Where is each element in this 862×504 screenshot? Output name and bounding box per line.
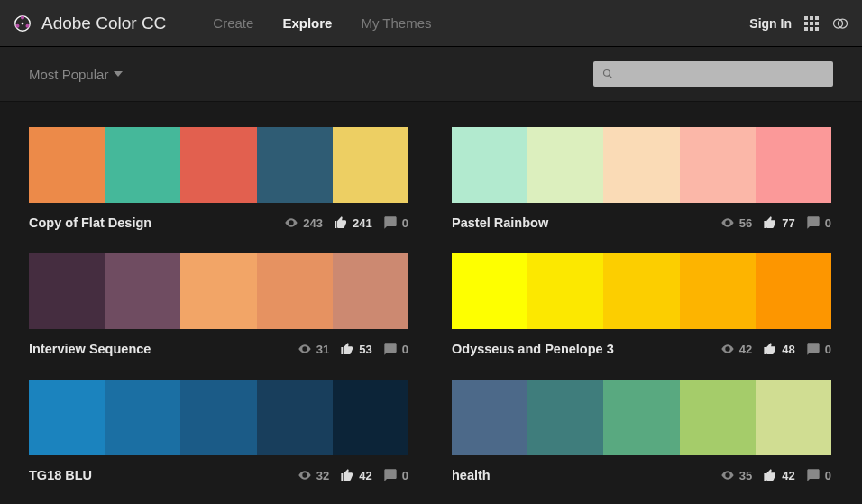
comments-stat[interactable]: 0: [806, 215, 831, 230]
color-swatch[interactable]: [452, 253, 527, 329]
comment-icon: [806, 342, 821, 356]
views-stat[interactable]: 243: [284, 215, 323, 230]
theme-title[interactable]: health: [452, 468, 491, 482]
theme-stats: 56770: [720, 215, 831, 230]
creative-cloud-icon[interactable]: [831, 14, 849, 32]
sign-in-link[interactable]: Sign In: [749, 16, 792, 31]
views-stat[interactable]: 31: [298, 342, 329, 356]
theme-meta-row: Interview Sequence31530: [29, 342, 408, 356]
color-swatch[interactable]: [333, 253, 408, 329]
theme-swatches[interactable]: [452, 253, 831, 329]
color-swatch[interactable]: [603, 253, 679, 329]
theme-title[interactable]: Interview Sequence: [29, 342, 151, 356]
theme-swatches[interactable]: [452, 380, 831, 455]
color-swatch[interactable]: [333, 127, 408, 203]
search-box[interactable]: [593, 61, 833, 87]
likes-stat[interactable]: 77: [763, 215, 794, 230]
views-stat[interactable]: 56: [720, 215, 752, 230]
apps-grid-icon[interactable]: [804, 16, 819, 31]
views-stat-count: 31: [316, 343, 329, 356]
views-stat[interactable]: 32: [298, 468, 329, 482]
theme-swatches[interactable]: [29, 127, 408, 203]
theme-card: Copy of Flat Design2432410: [29, 127, 408, 230]
color-wheel-icon: [13, 14, 32, 33]
color-swatch[interactable]: [105, 127, 180, 203]
theme-title[interactable]: Odysseus and Penelope 3: [452, 342, 614, 356]
theme-meta-row: Pastel Rainbow56770: [452, 215, 831, 230]
color-swatch[interactable]: [180, 253, 256, 329]
color-swatch[interactable]: [333, 380, 408, 455]
theme-title[interactable]: TG18 BLU: [29, 468, 92, 482]
color-swatch[interactable]: [105, 253, 180, 329]
comments-stat[interactable]: 0: [383, 342, 408, 356]
color-swatch[interactable]: [527, 380, 603, 455]
color-swatch[interactable]: [756, 253, 831, 329]
comments-stat[interactable]: 0: [806, 342, 831, 356]
color-swatch[interactable]: [257, 127, 333, 203]
color-swatch[interactable]: [180, 380, 256, 455]
comments-stat[interactable]: 0: [383, 215, 408, 230]
views-stat[interactable]: 35: [720, 468, 752, 482]
theme-card: TG18 BLU32420: [29, 380, 408, 482]
nav-explore[interactable]: Explore: [282, 15, 332, 31]
theme-swatches[interactable]: [452, 127, 831, 203]
color-swatch[interactable]: [257, 380, 333, 455]
color-swatch[interactable]: [680, 127, 756, 203]
brand-logo[interactable]: Adobe Color CC: [13, 14, 166, 33]
theme-stats: 35420: [720, 468, 831, 482]
likes-stat[interactable]: 42: [763, 468, 794, 482]
theme-swatches[interactable]: [29, 253, 408, 329]
color-swatch[interactable]: [452, 127, 527, 203]
color-swatch[interactable]: [527, 127, 603, 203]
svg-line-17: [610, 76, 612, 78]
views-stat-count: 243: [303, 216, 323, 230]
color-swatch[interactable]: [680, 380, 756, 455]
like-icon: [340, 468, 354, 482]
search-input[interactable]: [620, 68, 824, 81]
color-swatch[interactable]: [527, 253, 603, 329]
theme-card: Interview Sequence31530: [29, 253, 408, 356]
color-swatch[interactable]: [105, 380, 180, 455]
like-icon: [763, 468, 777, 482]
chevron-down-icon: [114, 71, 123, 77]
svg-point-1: [21, 15, 24, 19]
color-swatch[interactable]: [756, 380, 831, 455]
color-swatch[interactable]: [257, 253, 333, 329]
comments-stat[interactable]: 0: [383, 468, 408, 482]
color-swatch[interactable]: [29, 380, 105, 455]
likes-stat-count: 53: [359, 343, 371, 356]
likes-stat[interactable]: 241: [334, 215, 372, 230]
theme-stats: 2432410: [284, 215, 408, 230]
color-swatch[interactable]: [29, 127, 105, 203]
comments-stat[interactable]: 0: [806, 468, 831, 482]
likes-stat[interactable]: 42: [340, 468, 371, 482]
svg-rect-7: [815, 16, 819, 20]
color-swatch[interactable]: [603, 380, 679, 455]
color-swatch[interactable]: [29, 253, 105, 329]
likes-stat[interactable]: 48: [763, 342, 794, 356]
nav-create[interactable]: Create: [213, 15, 253, 31]
main-header: Adobe Color CC Create Explore My Themes …: [0, 0, 862, 47]
svg-rect-8: [804, 22, 808, 25]
views-stat[interactable]: 42: [720, 342, 752, 356]
eye-icon: [720, 342, 735, 356]
likes-stat-count: 77: [782, 216, 794, 230]
nav-mythemes[interactable]: My Themes: [361, 15, 431, 31]
comments-stat-count: 0: [825, 469, 831, 482]
color-swatch[interactable]: [756, 127, 831, 203]
theme-title[interactable]: Pastel Rainbow: [452, 215, 548, 230]
color-swatch[interactable]: [680, 253, 756, 329]
theme-swatches[interactable]: [29, 380, 408, 455]
color-swatch[interactable]: [180, 127, 256, 203]
color-swatch[interactable]: [452, 380, 527, 455]
comment-icon: [806, 215, 821, 230]
sort-label: Most Popular: [29, 67, 108, 82]
sort-dropdown[interactable]: Most Popular: [29, 67, 123, 82]
svg-point-4: [22, 22, 24, 24]
like-icon: [340, 342, 354, 356]
color-swatch[interactable]: [603, 127, 679, 203]
theme-title[interactable]: Copy of Flat Design: [29, 215, 151, 230]
likes-stat[interactable]: 53: [340, 342, 371, 356]
comment-icon: [383, 468, 398, 482]
theme-meta-row: Odysseus and Penelope 342480: [452, 342, 831, 356]
